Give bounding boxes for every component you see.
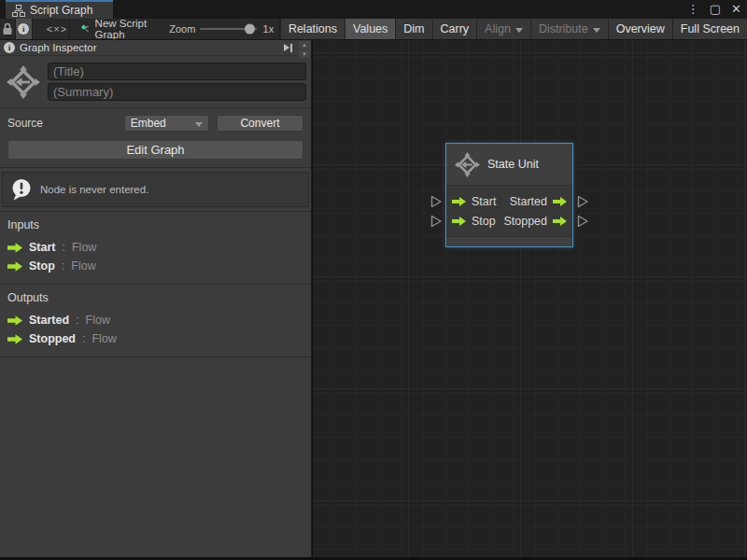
code-icon: <×> <box>47 23 67 35</box>
distribute-button: Distribute <box>530 19 608 39</box>
overview-label: Overview <box>616 22 665 35</box>
state-unit-node[interactable]: State Unit Start Started <box>445 143 573 247</box>
port-label: Started <box>510 195 547 208</box>
values-label: Values <box>353 22 388 35</box>
state-unit-icon <box>455 152 480 177</box>
port-type: Flow <box>92 332 116 345</box>
graph-title-input[interactable] <box>48 63 306 80</box>
inspector-toggle-button[interactable]: i <box>15 19 33 39</box>
inputs-section: Inputs Start : Flow Stop : Flow <box>0 212 311 284</box>
dock-triangle <box>284 44 289 51</box>
flow-arrow-icon <box>7 334 22 344</box>
list-item: Stopped : Flow <box>7 329 303 348</box>
inputs-header: Inputs <box>7 218 303 231</box>
chevron-down-icon <box>515 28 523 33</box>
values-button[interactable]: Values <box>345 19 395 39</box>
dock-panel-icon[interactable] <box>284 44 292 52</box>
source-row: Source Embed Convert <box>0 108 311 138</box>
chevron-down-icon <box>593 28 600 33</box>
graph-inspector-title: Graph Inspector <box>20 42 96 53</box>
port-name: Stop <box>29 259 55 273</box>
output-connection-arrow-icon[interactable] <box>577 195 589 208</box>
list-item: Started : Flow <box>7 311 303 329</box>
edit-graph-label: Edit Graph <box>126 143 184 157</box>
graph-canvas[interactable]: State Unit Start Started <box>313 40 747 557</box>
input-connection-arrow-icon[interactable] <box>430 195 443 208</box>
toolbar-spacer <box>33 19 45 39</box>
port-type: Flow <box>71 259 95 273</box>
overview-button[interactable]: Overview <box>608 19 672 39</box>
port-name: Start <box>29 241 55 254</box>
full-screen-button[interactable]: Full Screen <box>672 19 747 39</box>
relations-button[interactable]: Relations <box>280 19 345 39</box>
list-item: Stop : Flow <box>7 257 303 275</box>
output-port[interactable]: Stopped <box>503 215 567 228</box>
align-button: Align <box>476 19 530 39</box>
warning-text: Node is never entered. <box>40 184 148 195</box>
dim-button[interactable]: Dim <box>395 19 431 39</box>
info-icon: i <box>4 42 15 53</box>
new-script-graph-button[interactable]: New Script Graph <box>70 19 161 39</box>
port-label: Stop <box>472 215 496 228</box>
window-close-icon[interactable]: ✕ <box>731 0 741 19</box>
port-separator: : <box>82 332 85 345</box>
chevron-down-icon <box>195 122 203 127</box>
source-dropdown-value: Embed <box>131 117 166 130</box>
outputs-header: Outputs <box>7 291 303 304</box>
port-separator: : <box>76 314 78 327</box>
graph-inspector-header: i Graph Inspector ▲ ▼ <box>0 40 311 56</box>
edit-graph-button[interactable]: Edit Graph <box>7 140 303 160</box>
new-script-graph-label: New Script Graph <box>95 19 149 40</box>
output-connection-arrow-icon[interactable] <box>577 215 589 228</box>
window-menu-icon[interactable]: ⋮ <box>687 0 699 19</box>
port-row: Stop Stopped <box>452 211 567 231</box>
node-header[interactable]: State Unit <box>446 144 572 185</box>
divider <box>0 167 311 168</box>
dock-bar <box>290 44 292 52</box>
tab-title: Script Graph <box>30 4 92 17</box>
flow-arrow-icon <box>7 243 22 253</box>
flow-arrow-icon <box>7 315 22 326</box>
port-separator: : <box>62 241 64 254</box>
input-port[interactable]: Start <box>452 195 496 208</box>
port-name: Started <box>29 314 69 327</box>
flow-arrow-icon <box>452 197 466 206</box>
output-port[interactable]: Started <box>510 195 567 208</box>
distribute-label: Distribute <box>539 22 588 35</box>
zoom-label: Zoom <box>160 19 195 39</box>
dim-label: Dim <box>403 22 424 35</box>
graph-inspector-panel: i Graph Inspector ▲ ▼ <box>0 40 312 557</box>
flow-arrow-icon <box>553 217 567 226</box>
convert-button[interactable]: Convert <box>217 115 303 132</box>
lock-button[interactable] <box>0 19 15 39</box>
tab-script-graph[interactable]: Script Graph <box>6 0 113 19</box>
warning-bubble-icon <box>10 178 33 201</box>
port-separator: : <box>62 259 64 273</box>
scroll-down-icon[interactable]: ▼ <box>299 50 310 58</box>
graph-hierarchy-icon <box>12 5 25 17</box>
source-dropdown[interactable]: Embed <box>124 115 209 132</box>
state-unit-icon <box>7 65 40 99</box>
input-connection-arrow-icon[interactable] <box>430 215 443 228</box>
port-type: Flow <box>86 314 110 327</box>
input-port[interactable]: Stop <box>452 215 496 228</box>
tab-bar: Script Graph ⋮ ▢ ✕ <box>0 0 747 19</box>
flow-arrow-icon <box>452 217 466 226</box>
zoom-slider[interactable] <box>200 19 256 39</box>
window-content: i Graph Inspector ▲ ▼ <box>0 40 747 557</box>
flow-arrow-icon <box>553 197 567 206</box>
warning-box: Node is never entered. <box>2 172 309 207</box>
graph-summary-input[interactable] <box>48 83 306 101</box>
zoom-slider-handle[interactable] <box>245 24 255 35</box>
scroll-up-icon[interactable]: ▲ <box>299 41 310 49</box>
window-controls: ⋮ ▢ ✕ <box>687 0 741 19</box>
window-maximize-icon[interactable]: ▢ <box>710 0 721 19</box>
port-row: Start Started <box>452 191 567 211</box>
convert-label: Convert <box>240 117 279 130</box>
relations-label: Relations <box>289 22 337 35</box>
info-icon: i <box>18 23 29 35</box>
code-view-button[interactable]: <×> <box>45 19 69 39</box>
carry-button[interactable]: Carry <box>432 19 477 39</box>
toolbar-buttons: Relations Values Dim Carry Align Distrib… <box>280 19 747 39</box>
align-label: Align <box>485 22 511 35</box>
